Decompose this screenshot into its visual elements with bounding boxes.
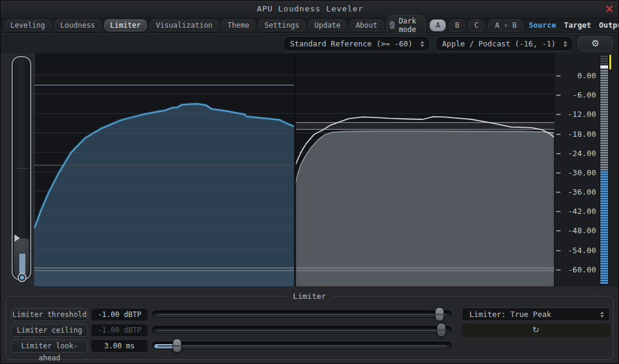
limiter-row: Limiter look-ahead3.00 ms [6, 339, 613, 353]
limiter-ceiling-label[interactable]: Limiter ceiling [11, 324, 88, 337]
settings-button[interactable]: ⚙ [578, 36, 613, 51]
dark-mode-label: Dark mode [399, 17, 419, 34]
level-meter [600, 55, 609, 285]
meter-top-dim [600, 55, 608, 65]
scale-label: -6.00 [560, 90, 596, 100]
app-window: APU Loudness Leveler × LevelingLoudnessL… [0, 0, 619, 364]
limiter-look-ahead-label[interactable]: Limiter look-ahead [11, 339, 88, 353]
loudness-plot [34, 54, 554, 286]
refresh-icon: ↻ [532, 325, 539, 334]
db-scale: 0.00-6.00-12.00-18.00-24.00-30.00-36.00-… [554, 54, 599, 286]
dark-mode-toggle[interactable]: ✓ Dark mode [387, 15, 427, 36]
slider-thumb[interactable] [437, 323, 446, 337]
scale-label: -36.00 [560, 187, 596, 197]
view-output-button[interactable]: Output [597, 19, 619, 31]
updown-arrows-icon [563, 41, 567, 47]
tab-theme[interactable]: Theme [221, 19, 255, 31]
limiter-threshold-slider[interactable] [152, 310, 452, 318]
scale-label: -54.00 [560, 246, 596, 256]
limiter-mode-value: Limiter: True Peak [469, 310, 551, 319]
fader-center-mark [14, 168, 28, 169]
updown-arrows-icon [421, 41, 424, 47]
scale-label: -18.00 [560, 130, 596, 139]
tab-bar: LevelingLoudnessLimiterVisualizationThem… [1, 17, 619, 33]
target-preset-value: Apple / Podcast (-16, -1) [442, 39, 556, 48]
tab-update[interactable]: Update [308, 19, 346, 31]
ab-slot-group: ABC [430, 19, 484, 31]
slot-b-button[interactable]: B [449, 19, 465, 31]
limiter-panel: Limiter Limiter threshold-1.00 dBTPLimit… [5, 296, 614, 360]
view-source-button[interactable]: Source [527, 19, 558, 31]
limiter-ceiling-slider[interactable] [152, 326, 452, 334]
slot-c-button[interactable]: C [468, 19, 484, 31]
scale-label: 0.00 [560, 71, 596, 81]
tab-visualization[interactable]: Visualization [150, 19, 218, 31]
slider-thumb[interactable] [173, 339, 182, 353]
fader-knob[interactable] [17, 273, 27, 282]
limiter-look-ahead-value[interactable]: 3.00 ms [90, 339, 148, 353]
slider-thumb[interactable] [435, 307, 444, 321]
limiter-mode-dropdown[interactable]: Limiter: True Peak [462, 307, 610, 321]
limiter-ceiling-value[interactable]: -1.00 dBTP [90, 324, 148, 337]
view-target-button[interactable]: Target [562, 19, 593, 31]
limiter-section: Limiter Limiter threshold-1.00 dBTPLimit… [1, 286, 619, 364]
preset-row: Standard Reference (>= -60) Apple / Podc… [1, 33, 619, 54]
view-switch-group: SourceTargetOutput [527, 19, 619, 31]
tab-bar-right: ✓ Dark mode ABC A › B SourceTargetOutput [387, 15, 619, 36]
reset-button[interactable]: ↻ [462, 324, 610, 337]
limiter-threshold-value[interactable]: -1.00 dBTP [90, 308, 148, 321]
meter-blue-segments [600, 171, 608, 284]
reference-preset-dropdown[interactable]: Standard Reference (>= -60) [283, 36, 430, 51]
tab-bar-left: LevelingLoudnessLimiterVisualizationThem… [4, 19, 384, 31]
scale-label: -42.00 [560, 207, 596, 216]
meter-peak-marker [600, 66, 608, 68]
updown-arrows-icon [600, 312, 604, 318]
scale-label: -60.00 [560, 265, 596, 275]
tab-settings[interactable]: Settings [258, 19, 305, 31]
limiter-threshold-label[interactable]: Limiter threshold [11, 308, 88, 321]
scale-label: -12.00 [560, 110, 596, 119]
scale-label: -24.00 [560, 149, 596, 158]
loudness-plot-svg [34, 54, 554, 286]
fader-strip [1, 54, 34, 286]
tab-leveling[interactable]: Leveling [4, 19, 51, 31]
limiter-look-ahead-slider[interactable] [152, 342, 452, 350]
limiter-panel-legend: Limiter [287, 291, 332, 301]
meter-gray-segments [600, 55, 608, 171]
checkbox-checked-icon: ✓ [390, 21, 395, 29]
peak-hold-bar [609, 55, 611, 69]
gain-fader[interactable] [11, 56, 31, 280]
graph-area: 0.00-6.00-12.00-18.00-24.00-30.00-36.00-… [1, 54, 619, 286]
fader-level-bar [19, 254, 25, 274]
tab-loudness[interactable]: Loudness [54, 19, 101, 31]
scale-label: -48.00 [560, 226, 596, 236]
slot-a-button[interactable]: A [430, 19, 446, 31]
scale-label: -30.00 [560, 168, 596, 178]
target-preset-dropdown[interactable]: Apple / Podcast (-16, -1) [435, 36, 573, 51]
tab-about[interactable]: About [349, 19, 383, 31]
fader-marker-icon [14, 234, 20, 242]
gear-icon: ⚙ [591, 38, 599, 49]
reference-preset-value: Standard Reference (>= -60) [290, 39, 413, 48]
copy-a-to-b-button[interactable]: A › B [488, 19, 523, 31]
tab-limiter[interactable]: Limiter [104, 19, 147, 31]
